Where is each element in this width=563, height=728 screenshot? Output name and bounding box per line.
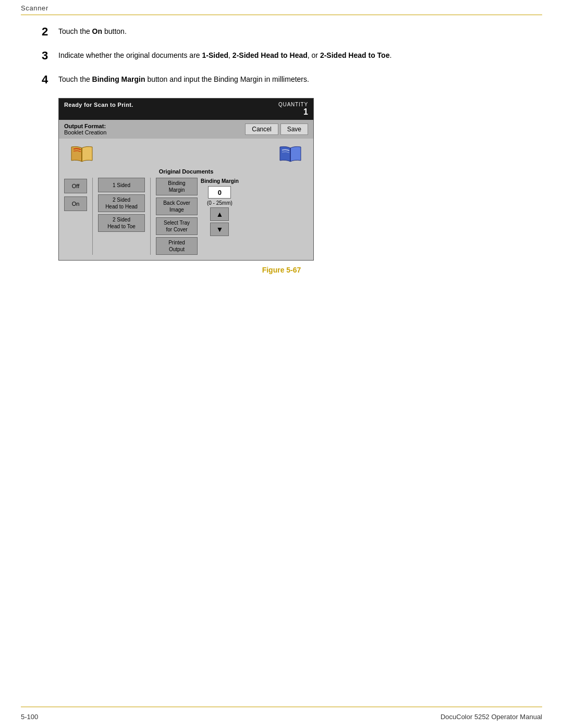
quantity-value: 1	[278, 107, 308, 117]
onoff-column: Off On	[64, 178, 87, 211]
step-3-bold3: 2-Sided Head to Toe	[320, 51, 390, 59]
two-sided-head-head-button[interactable]: 2 SidedHead to Head	[98, 194, 145, 212]
step-4: 4 Touch the Binding Margin button and in…	[42, 74, 521, 87]
scanner-header-bar: Ready for Scan to Print. QUANTITY 1	[59, 98, 313, 120]
figure-label: Figure 5-67	[42, 266, 521, 274]
scanner-ui: Ready for Scan to Print. QUANTITY 1 Outp…	[58, 98, 314, 261]
step-3: 3 Indicate whether the original document…	[42, 50, 521, 63]
book-icon-right	[278, 144, 303, 165]
page-footer: 5-100 DocuColor 5252 Operator Manual	[21, 713, 542, 721]
on-button[interactable]: On	[64, 196, 87, 211]
back-cover-image-button[interactable]: Back CoverImage	[156, 198, 198, 215]
toolbar-buttons: Cancel Save	[245, 124, 308, 135]
scanner-quantity-area: QUANTITY 1	[278, 102, 308, 117]
one-sided-button[interactable]: 1 Sided	[98, 178, 145, 192]
page-header: Scanner	[21, 4, 48, 12]
output-format-value: Booklet Creation	[64, 129, 106, 135]
off-button[interactable]: Off	[64, 179, 87, 193]
step-2-text: Touch the On button.	[58, 26, 521, 37]
scanner-controls: Off On 1 Sided 2 SidedHead to Head 2 Sid…	[64, 178, 308, 255]
step-3-bold1: 1-Sided	[202, 51, 229, 59]
binding-margin-up-button[interactable]: ▲	[210, 207, 229, 221]
divider-vertical-1	[92, 178, 93, 255]
main-content: 2 Touch the On button. 3 Indicate whethe…	[42, 26, 521, 274]
footer-page: 5-100	[21, 713, 38, 721]
original-docs-label: Original Documents	[64, 168, 308, 175]
output-format-label: Output Format:	[64, 123, 106, 129]
binding-margin-down-button[interactable]: ▼	[210, 223, 229, 236]
book-icon-left	[69, 144, 94, 165]
binding-margin-button[interactable]: BindingMargin	[156, 178, 198, 195]
select-tray-cover-button[interactable]: Select Trayfor Cover	[156, 217, 198, 235]
binding-margin-value: 0	[208, 186, 231, 199]
step-3-text: Indicate whether the original documents …	[58, 50, 521, 61]
step-3-number: 3	[42, 49, 58, 63]
step-3-bold2: 2-Sided Head to Head	[232, 51, 308, 59]
two-sided-head-toe-button[interactable]: 2 SidedHead to Toe	[98, 214, 145, 232]
step-4-bold: Binding Margin	[92, 75, 145, 83]
binding-margin-range: (0 - 25mm)	[207, 200, 232, 206]
header-title: Scanner	[21, 4, 48, 12]
binding-margin-title: Binding Margin	[201, 178, 239, 184]
step-4-text: Touch the Binding Margin button and inpu…	[58, 74, 521, 85]
binding-margin-control: Binding Margin 0 (0 - 25mm) ▲ ▼	[201, 178, 239, 236]
scanner-toolbar: Output Format: Booklet Creation Cancel S…	[59, 120, 313, 139]
step-2-bold: On	[92, 27, 102, 35]
step-2: 2 Touch the On button.	[42, 26, 521, 39]
printed-output-button[interactable]: PrintedOutput	[156, 237, 198, 255]
output-format-area: Output Format: Booklet Creation	[64, 123, 106, 135]
top-border	[21, 15, 542, 15]
cancel-button[interactable]: Cancel	[245, 124, 278, 135]
scanner-body: Original Documents Off On 1 Sided 2 Side…	[59, 139, 313, 260]
scanner-status: Ready for Scan to Print.	[64, 102, 133, 108]
step-2-number: 2	[42, 25, 58, 39]
divider-vertical-2	[150, 178, 151, 255]
step-4-number: 4	[42, 73, 58, 87]
feature-column: BindingMargin Back CoverImage Select Tra…	[156, 178, 198, 255]
sided-column: 1 Sided 2 SidedHead to Head 2 SidedHead …	[98, 178, 145, 232]
save-button[interactable]: Save	[280, 124, 308, 135]
book-icons-row	[64, 144, 308, 165]
footer-manual: DocuColor 5252 Operator Manual	[440, 713, 542, 721]
bottom-border	[21, 707, 542, 707]
quantity-label: QUANTITY	[278, 102, 308, 107]
